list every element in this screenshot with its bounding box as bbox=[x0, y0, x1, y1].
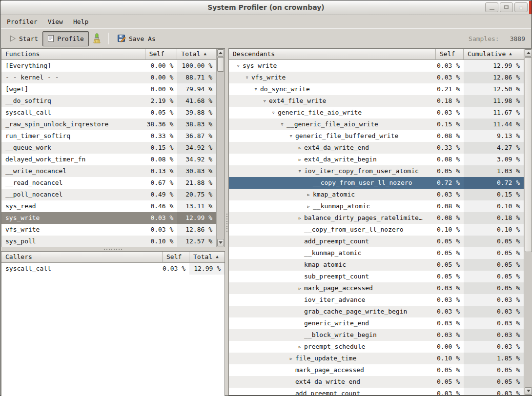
expander-collapsed-icon[interactable]: ▹ bbox=[295, 214, 304, 222]
scroll-down-button[interactable] bbox=[525, 387, 532, 395]
descendants-tree-row[interactable]: ▿generic_file_buffered_write0.08 %9.13 % bbox=[229, 130, 524, 142]
menu-view[interactable]: View bbox=[48, 18, 63, 25]
scroll-up-button[interactable] bbox=[525, 49, 532, 57]
descendants-tree-row[interactable]: kmap_atomic0.05 %0.05 % bbox=[229, 259, 524, 271]
functions-table-row[interactable]: [Everything]0.00 %100.00 % bbox=[1, 60, 216, 72]
descendants-tree-row[interactable]: sub_preempt_count0.05 %0.05 % bbox=[229, 271, 524, 282]
descendants-vertical-scrollbar[interactable] bbox=[524, 49, 532, 395]
horizontal-pane-splitter[interactable] bbox=[1, 247, 225, 251]
functions-table-row[interactable]: __read_nocancel0.67 %21.88 % bbox=[1, 177, 216, 189]
expander-collapsed-icon[interactable]: ▹ bbox=[295, 144, 304, 152]
descendants-tree-row[interactable]: iov_iter_advance0.03 %0.03 % bbox=[229, 294, 524, 306]
functions-vertical-scrollbar[interactable] bbox=[216, 49, 225, 247]
functions-self-column-header[interactable]: Self bbox=[145, 49, 178, 60]
functions-table-row[interactable]: delayed_work_timer_fn0.08 %34.92 % bbox=[1, 154, 216, 165]
descendants-cumulative-column-header[interactable]: Cumulative▲ bbox=[464, 49, 524, 60]
descendants-tree-row[interactable]: generic_write_end0.03 %0.03 % bbox=[229, 317, 524, 329]
titlebar[interactable]: System Profiler (on crownbay) ✕ bbox=[0, 0, 532, 15]
descendants-tree-row[interactable]: ▹__kunmap_atomic0.08 %0.10 % bbox=[229, 200, 524, 212]
functions-table-row[interactable]: - - kernel - -0.00 %88.71 % bbox=[1, 72, 216, 83]
descendants-tree-row[interactable]: ▹file_update_time0.10 %1.85 % bbox=[229, 353, 524, 364]
expander-open-icon[interactable]: ▿ bbox=[234, 62, 243, 70]
start-button-label: Start bbox=[19, 35, 38, 42]
descendants-tree-row[interactable]: ▿sys_write0.03 %12.99 % bbox=[229, 60, 524, 72]
descendants-tree-row[interactable]: ▹ext4_da_write_begin0.08 %3.09 % bbox=[229, 154, 524, 165]
functions-table-row[interactable]: _raw_spin_unlock_irqrestore38.36 %38.83 … bbox=[1, 119, 216, 130]
callers-table-row[interactable]: syscall_call0.03 %12.99 % bbox=[1, 263, 225, 275]
functions-table-row[interactable]: __queue_work0.15 %34.92 % bbox=[1, 142, 216, 154]
descendants-tree-row[interactable]: ▹balance_dirty_pages_ratelimite…0.08 %0.… bbox=[229, 212, 524, 224]
expander-collapsed-icon[interactable]: ▹ bbox=[295, 343, 304, 351]
menu-help[interactable]: Help bbox=[73, 18, 88, 25]
profile-toggle-button[interactable]: Profile bbox=[42, 31, 89, 46]
descendants-tree-row[interactable]: ▹kmap_atomic0.03 %0.15 % bbox=[229, 189, 524, 200]
expander-collapsed-icon[interactable]: ▹ bbox=[304, 191, 313, 198]
functions-table-row[interactable]: [wget]0.00 %79.94 % bbox=[1, 83, 216, 95]
self-percent-cell: 0.05 % bbox=[436, 271, 464, 282]
expander-collapsed-icon[interactable]: ▹ bbox=[295, 284, 304, 292]
descendants-tree-row[interactable]: grab_cache_page_write_begin0.03 %0.03 % bbox=[229, 306, 524, 317]
expander-collapsed-icon[interactable]: ▹ bbox=[295, 156, 304, 163]
descendants-tree-row[interactable]: __copy_from_user_ll_nozero0.72 %0.72 % bbox=[229, 177, 524, 189]
expander-collapsed-icon[interactable]: ▹ bbox=[286, 355, 295, 362]
total-percent-cell: 88.71 % bbox=[177, 72, 216, 83]
self-percent-cell: 0.03 % bbox=[163, 263, 189, 275]
expander-open-icon[interactable]: ▿ bbox=[269, 109, 278, 117]
functions-table-row[interactable]: vfs_write0.03 %12.86 % bbox=[1, 224, 216, 236]
expander-collapsed-icon[interactable]: ▹ bbox=[304, 202, 313, 210]
descendants-tree-row[interactable]: mark_page_accessed0.05 %0.05 % bbox=[229, 364, 524, 376]
reset-brush-button[interactable] bbox=[89, 31, 104, 46]
descendants-self-column-header[interactable]: Self bbox=[436, 49, 464, 60]
callers-column-header[interactable]: Callers bbox=[1, 252, 163, 263]
descendants-tree-row[interactable]: ▹mark_page_accessed0.03 %0.05 % bbox=[229, 282, 524, 294]
functions-table-row[interactable]: __write_nocancel0.13 %30.83 % bbox=[1, 165, 216, 177]
functions-table-row[interactable]: run_timer_softirq0.33 %36.87 % bbox=[1, 130, 216, 142]
descendants-tree-row[interactable]: ▿iov_iter_copy_from_user_atomic0.05 %1.0… bbox=[229, 165, 524, 177]
descendants-tree-row[interactable]: __kunmap_atomic0.05 %0.05 % bbox=[229, 247, 524, 259]
maximize-button[interactable] bbox=[500, 2, 513, 12]
descendants-tree-row[interactable]: ▿__generic_file_aio_write0.15 %11.44 % bbox=[229, 119, 524, 130]
descendants-tree-row[interactable]: ext4_da_write_end0.05 %0.05 % bbox=[229, 376, 524, 388]
functions-column-header[interactable]: Functions bbox=[1, 49, 145, 60]
callers-self-column-header[interactable]: Self bbox=[163, 252, 189, 263]
scrollbar-thumb[interactable] bbox=[525, 57, 532, 252]
descendants-tree-row[interactable]: ▿generic_file_aio_write0.03 %11.67 % bbox=[229, 107, 524, 119]
expander-open-icon[interactable]: ▿ bbox=[243, 74, 251, 81]
descendant-name-cell: ▿generic_file_aio_write bbox=[229, 107, 436, 119]
descendants-tree-row[interactable]: __block_write_begin0.03 %0.03 % bbox=[229, 329, 524, 341]
close-button[interactable]: ✕ bbox=[514, 2, 528, 12]
functions-table-row[interactable]: __poll_nocancel0.49 %20.75 % bbox=[1, 189, 216, 200]
expander-open-icon[interactable]: ▿ bbox=[251, 85, 260, 93]
descendant-name-cell: ▹preempt_schedule bbox=[229, 341, 436, 353]
function-name-label: do_sync_write bbox=[260, 85, 310, 93]
expander-open-icon[interactable]: ▿ bbox=[260, 97, 269, 105]
expander-open-icon[interactable]: ▿ bbox=[286, 132, 295, 140]
descendants-tree-row[interactable]: ▿ext4_file_write0.18 %11.98 % bbox=[229, 95, 524, 107]
descendants-tree-row[interactable]: ▹preempt_schedule0.00 %0.03 % bbox=[229, 341, 524, 353]
functions-table-row[interactable]: sys_write0.03 %12.99 % bbox=[1, 212, 216, 224]
expander-open-icon[interactable]: ▿ bbox=[278, 120, 286, 128]
descendant-name-cell: generic_write_end bbox=[229, 317, 436, 329]
descendants-column-header[interactable]: Descendants bbox=[229, 49, 436, 60]
scroll-down-button[interactable] bbox=[217, 239, 224, 246]
functions-table-row[interactable]: sys_read0.46 %13.11 % bbox=[1, 200, 216, 212]
scroll-up-button[interactable] bbox=[217, 49, 224, 57]
functions-total-column-header[interactable]: Total▲ bbox=[177, 49, 216, 60]
functions-table-row[interactable]: sys_poll0.10 %12.57 % bbox=[1, 236, 216, 247]
descendants-tree-row[interactable]: ▿vfs_write0.03 %12.86 % bbox=[229, 72, 524, 83]
descendants-tree-row[interactable]: add_preempt_count0.05 %0.05 % bbox=[229, 236, 524, 247]
descendants-tree-row[interactable]: ▿do_sync_write0.21 %12.50 % bbox=[229, 83, 524, 95]
scrollbar-thumb[interactable] bbox=[217, 57, 224, 72]
minimize-button[interactable] bbox=[485, 2, 498, 12]
start-button[interactable]: Start bbox=[5, 31, 42, 46]
menu-profiler[interactable]: Profiler bbox=[7, 18, 38, 25]
save-as-button[interactable]: Save As bbox=[113, 31, 160, 46]
sort-ascending-icon: ▲ bbox=[204, 51, 206, 56]
descendants-tree-row[interactable]: add_preempt_count0.03 %0.03 % bbox=[229, 388, 524, 395]
functions-table-row[interactable]: __do_softirq2.19 %41.68 % bbox=[1, 95, 216, 107]
expander-open-icon[interactable]: ▿ bbox=[295, 167, 304, 175]
descendants-tree-row[interactable]: ▹ext4_da_write_end0.33 %4.27 % bbox=[229, 142, 524, 154]
functions-table-row[interactable]: syscall_call0.05 %39.88 % bbox=[1, 107, 216, 119]
descendants-tree-row[interactable]: __copy_from_user_ll_nozero0.10 %0.10 % bbox=[229, 224, 524, 236]
callers-total-column-header[interactable]: Total▲ bbox=[189, 252, 225, 263]
